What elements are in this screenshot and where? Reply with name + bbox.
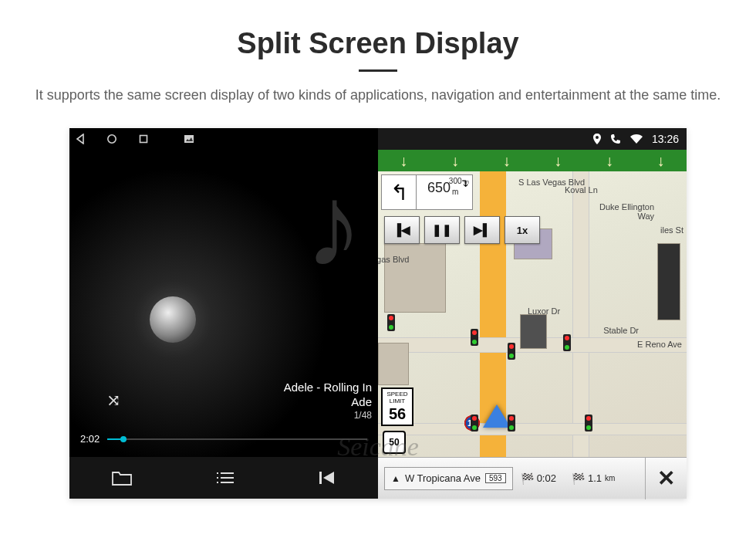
shuffle-icon[interactable]: ⤨ (106, 391, 120, 411)
track-counter: 1/48 (120, 410, 372, 422)
lane-guidance-bar: ↓ ↓ ↓ ↓ ↓ ↓ (378, 150, 687, 171)
speed-limit-sign: SPEED LIMIT 56 (381, 387, 413, 426)
current-street-panel[interactable]: ▲ W Tropicana Ave 593 (384, 467, 513, 490)
close-button[interactable]: ✕ (645, 458, 687, 499)
page-subtitle: It supports the same screen display of t… (31, 86, 725, 105)
sim-next-button[interactable]: ▶▌ (464, 216, 500, 244)
clock-value: 13:26 (652, 133, 679, 145)
player-bottom-bar (69, 457, 378, 499)
road-label: Way (636, 212, 656, 221)
navigation-pane: 13:26 ↓ ↓ ↓ ↓ ↓ ↓ S Las Vegas Blvd egas … (378, 128, 687, 499)
road-label: Duke Ellington (598, 202, 656, 212)
phone-icon (610, 134, 621, 144)
watermark: Seicane (337, 432, 419, 462)
flag-icon: 🏁 (572, 472, 585, 485)
track-info-row: ⤨ Adele - Rolling In Ade 1/48 (76, 380, 372, 422)
folder-icon[interactable] (112, 470, 132, 486)
road-label: Stable Dr (602, 326, 640, 335)
road-label: E Reno Ave (636, 340, 683, 349)
sim-prev-button[interactable]: ▐◀ (384, 216, 420, 244)
traffic-light-icon (563, 334, 571, 351)
progress-row: 2:02 (69, 433, 378, 445)
album-art-area: ♪ (69, 150, 378, 499)
back-icon[interactable] (76, 134, 85, 144)
traffic-light-icon (585, 415, 592, 431)
track-title: Adele - Rolling In (120, 380, 372, 395)
traffic-light-icon (508, 415, 515, 431)
android-nav-bar (69, 128, 378, 150)
nav-bottom-bar: ▲ W Tropicana Ave 593 🏁 0:02 🏁 1.1 km ✕ (378, 457, 687, 499)
playlist-icon[interactable] (216, 471, 235, 485)
lane-arrow-icon: ↓ (451, 152, 459, 170)
eta-distance-unit: km (605, 474, 615, 482)
turn-instruction-panel: ↰ ↴ 300 m 650 m (381, 174, 473, 210)
progress-slider[interactable] (107, 438, 367, 440)
title-underline (359, 69, 397, 72)
recent-apps-icon[interactable] (139, 134, 148, 144)
previous-track-icon[interactable] (319, 470, 336, 486)
traffic-light-icon (508, 343, 515, 360)
track-text: Adele - Rolling In Ade 1/48 (120, 380, 372, 422)
traffic-light-icon (471, 415, 478, 431)
split-screen-screenshot: ♪ ⤨ Adele - Rolling In Ade 1/48 2:02 (69, 128, 687, 499)
street-number: 593 (485, 473, 506, 483)
lane-arrow-icon: ↓ (606, 152, 613, 170)
lane-arrow-icon: ↓ (503, 152, 511, 170)
arrow-icon: ▲ (391, 473, 400, 484)
music-note-icon: ♪ (305, 168, 363, 283)
svg-rect-1 (140, 136, 147, 143)
lane-arrow-icon: ↓ (554, 152, 562, 170)
map-canvas[interactable]: S Las Vegas Blvd egas Blvd Koval Ln Duke… (378, 171, 687, 457)
road-label: iles St (659, 225, 685, 235)
music-player-pane: ♪ ⤨ Adele - Rolling In Ade 1/48 2:02 (69, 128, 378, 499)
sim-pause-button[interactable]: ❚❚ (424, 216, 460, 244)
flag-icon: 🏁 (521, 472, 534, 485)
page-title: Split Screen Display (0, 27, 756, 60)
location-icon (593, 134, 601, 144)
road-label: egas Blvd (378, 255, 410, 264)
svg-point-0 (108, 135, 116, 143)
gallery-icon[interactable] (184, 134, 194, 144)
road-label: Luxor Dr (526, 306, 562, 316)
system-status-bar: 13:26 (378, 128, 687, 150)
traffic-light-icon (387, 314, 395, 331)
svg-rect-2 (184, 135, 194, 143)
turn-left-icon: ↰ (382, 175, 416, 209)
lane-arrow-icon: ↓ (400, 152, 407, 170)
sim-speed-button[interactable]: 1x (505, 216, 540, 244)
svg-rect-9 (319, 472, 322, 484)
elapsed-time: 2:02 (80, 433, 100, 445)
eta-time-panel[interactable]: 🏁 0:02 (521, 472, 556, 485)
track-artist: Ade (120, 394, 372, 410)
eta-distance-value: 1.1 (588, 472, 602, 484)
eta-distance-panel[interactable]: 🏁 1.1 km (572, 472, 615, 485)
lane-arrow-icon: ↓ (657, 152, 665, 170)
road-label: Koval Ln (563, 185, 599, 195)
eta-time-value: 0:02 (537, 472, 556, 484)
volume-knob[interactable] (150, 296, 196, 343)
home-icon[interactable] (106, 134, 117, 144)
current-street-name: W Tropicana Ave (405, 472, 481, 484)
traffic-light-icon (471, 329, 478, 346)
playback-control-row: ▐◀ ❚❚ ▶▌ 1x (384, 216, 540, 244)
wifi-icon (630, 134, 643, 144)
current-position-icon (483, 404, 511, 428)
